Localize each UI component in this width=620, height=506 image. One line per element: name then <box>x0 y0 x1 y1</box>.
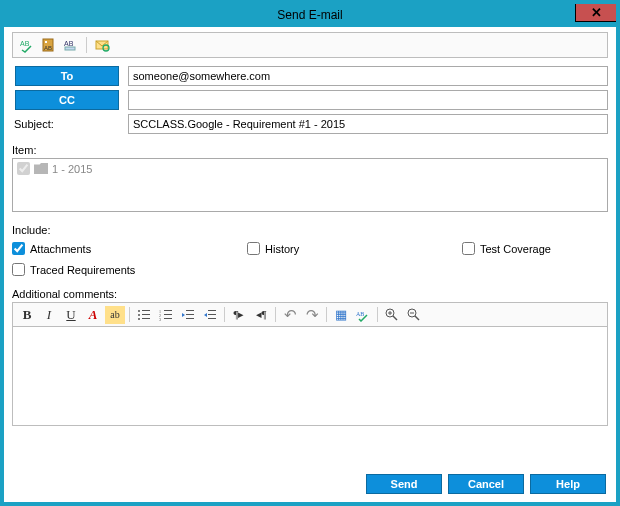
comments-label: Additional comments: <box>12 288 608 300</box>
svg-text:AB: AB <box>44 45 52 51</box>
zoomout-button[interactable] <box>404 306 424 324</box>
subject-input[interactable] <box>128 114 608 134</box>
svg-line-32 <box>415 316 419 320</box>
cancel-button[interactable]: Cancel <box>448 474 524 494</box>
subject-row: Subject: <box>12 114 608 134</box>
svg-rect-25 <box>208 318 216 319</box>
help-button[interactable]: Help <box>530 474 606 494</box>
numbers-button[interactable]: 123 <box>156 306 176 324</box>
traced-option[interactable]: Traced Requirements <box>12 263 227 276</box>
separator <box>326 307 327 322</box>
item-text: 1 - 2015 <box>52 163 92 175</box>
traced-label: Traced Requirements <box>30 264 135 276</box>
redo-button[interactable]: ↷ <box>302 306 322 324</box>
include-row-2: Traced Requirements <box>12 259 608 280</box>
history-label: History <box>265 243 299 255</box>
folder-icon <box>34 163 48 174</box>
svg-rect-21 <box>186 314 194 315</box>
titlebar: Send E-mail ✕ <box>3 3 617 27</box>
window-title: Send E-mail <box>3 8 617 22</box>
traced-checkbox[interactable] <box>12 263 25 276</box>
svg-rect-2 <box>45 41 47 43</box>
address-book-icon[interactable]: AB <box>40 36 58 54</box>
subject-label: Subject: <box>12 118 122 130</box>
svg-rect-15 <box>164 310 172 311</box>
rtl-button[interactable]: ◂¶ <box>251 306 271 324</box>
bold-button[interactable]: B <box>17 306 37 324</box>
to-row: To <box>12 66 608 86</box>
svg-text:3: 3 <box>159 317 161 321</box>
separator <box>129 307 130 322</box>
to-input[interactable] <box>128 66 608 86</box>
item-box: 1 - 2015 <box>12 158 608 212</box>
spellcheck2-button[interactable]: AB <box>353 306 373 324</box>
separator <box>224 307 225 322</box>
spellcheck-icon[interactable]: AB <box>18 36 36 54</box>
undo-button[interactable]: ↶ <box>280 306 300 324</box>
underline-button[interactable]: U <box>61 306 81 324</box>
zoomin-button[interactable] <box>382 306 402 324</box>
attachments-label: Attachments <box>30 243 91 255</box>
svg-rect-23 <box>208 310 216 311</box>
svg-rect-5 <box>65 47 75 50</box>
cc-button[interactable]: CC <box>15 90 119 110</box>
svg-rect-11 <box>142 314 150 315</box>
italic-button[interactable]: I <box>39 306 59 324</box>
fontcolor-button[interactable]: A <box>83 306 103 324</box>
separator <box>275 307 276 322</box>
svg-line-28 <box>393 316 397 320</box>
testcoverage-checkbox[interactable] <box>462 242 475 255</box>
svg-text:AB: AB <box>20 40 30 47</box>
separator <box>86 37 87 53</box>
include-label: Include: <box>12 224 608 236</box>
svg-point-8 <box>138 310 140 312</box>
svg-rect-17 <box>164 314 172 315</box>
cc-row: CC <box>12 90 608 110</box>
svg-rect-9 <box>142 310 150 311</box>
item-label: Item: <box>12 144 608 156</box>
ltr-button[interactable]: ¶▸ <box>229 306 249 324</box>
attachments-option[interactable]: Attachments <box>12 242 227 255</box>
send-button[interactable]: Send <box>366 474 442 494</box>
indent-button[interactable] <box>200 306 220 324</box>
testcoverage-option[interactable]: Test Coverage <box>462 242 551 255</box>
item-row[interactable]: 1 - 2015 <box>17 162 603 175</box>
history-checkbox[interactable] <box>247 242 260 255</box>
footer: Send Cancel Help <box>366 474 606 494</box>
close-button[interactable]: ✕ <box>575 2 617 22</box>
testcoverage-label: Test Coverage <box>480 243 551 255</box>
editor-toolbar: B I U A ab 123 ¶▸ ◂¶ ↶ ↷ ▦ AB <box>12 302 608 326</box>
cc-input[interactable] <box>128 90 608 110</box>
svg-rect-20 <box>186 310 194 311</box>
outdent-button[interactable] <box>178 306 198 324</box>
attachments-checkbox[interactable] <box>12 242 25 255</box>
svg-point-12 <box>138 318 140 320</box>
highlight-button[interactable]: ab <box>105 306 125 324</box>
history-option[interactable]: History <box>247 242 442 255</box>
svg-rect-22 <box>186 318 194 319</box>
formatting-icon[interactable]: AB <box>62 36 80 54</box>
svg-rect-24 <box>208 314 216 315</box>
svg-rect-19 <box>164 318 172 319</box>
item-checkbox[interactable] <box>17 162 30 175</box>
include-row-1: Attachments History Test Coverage <box>12 238 608 259</box>
close-icon: ✕ <box>591 5 602 20</box>
svg-rect-13 <box>142 318 150 319</box>
bullets-button[interactable] <box>134 306 154 324</box>
to-button[interactable]: To <box>15 66 119 86</box>
svg-text:AB: AB <box>64 40 74 47</box>
top-toolbar: AB AB AB <box>12 32 608 58</box>
table-button[interactable]: ▦ <box>331 306 351 324</box>
svg-point-10 <box>138 314 140 316</box>
separator <box>377 307 378 322</box>
options-icon[interactable] <box>93 36 111 54</box>
svg-text:AB: AB <box>356 311 364 317</box>
editor-body[interactable] <box>12 326 608 426</box>
